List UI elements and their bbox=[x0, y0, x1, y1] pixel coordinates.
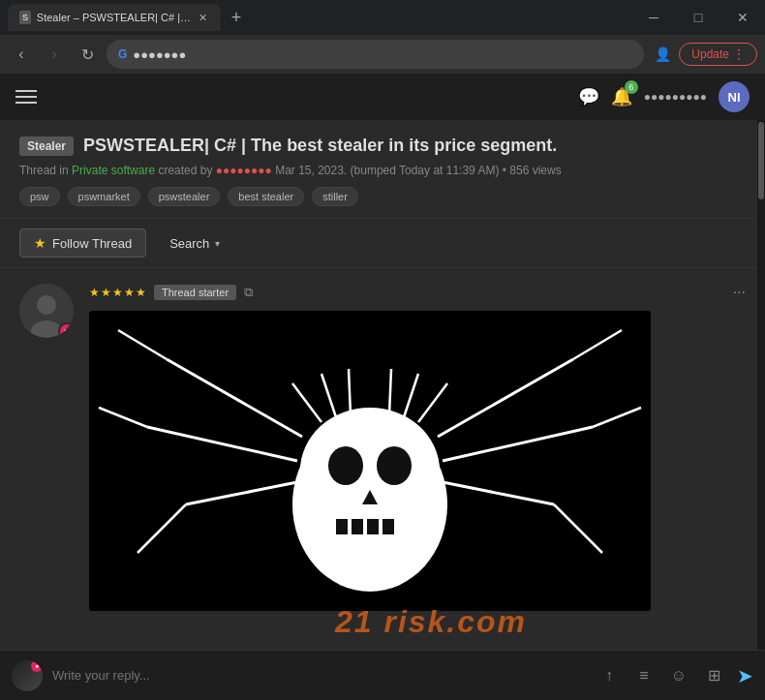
svg-point-1 bbox=[37, 295, 56, 315]
minimize-button[interactable]: ─ bbox=[631, 0, 676, 35]
emoji-icon[interactable]: ☺ bbox=[665, 662, 692, 689]
scrollbar-thumb[interactable] bbox=[758, 122, 764, 199]
tag-pswmarket[interactable]: pswmarket bbox=[68, 187, 140, 206]
tag-best-stealer[interactable]: best stealer bbox=[228, 187, 304, 206]
hamburger-line-3 bbox=[15, 102, 37, 104]
browser-titlebar: S Stealer – PSWSTEALER| C# | The b... ✕ … bbox=[0, 0, 765, 35]
scrollbar[interactable] bbox=[757, 120, 765, 700]
star-2: ★ bbox=[101, 286, 111, 299]
post-author-avatar[interactable]: ♥ bbox=[19, 284, 74, 338]
image-icon[interactable]: ⊞ bbox=[700, 662, 727, 689]
action-bar: ★ Follow Thread Search ▾ bbox=[0, 219, 765, 268]
avatar[interactable]: NI bbox=[719, 81, 750, 112]
star-5: ★ bbox=[136, 286, 146, 299]
address-bar: ‹ › ↻ G ●●●●●●● 👤 Update ⋮ bbox=[0, 35, 765, 74]
reply-input[interactable] bbox=[52, 668, 586, 683]
heart-badge-icon: ♥ bbox=[58, 322, 74, 338]
update-button[interactable]: Update ⋮ bbox=[679, 43, 757, 66]
site-header: 💬 🔔 6 ●●●●●●●●● NI bbox=[0, 74, 765, 120]
post-main: ★ ★ ★ ★ ★ Thread starter ⧉ ··· bbox=[89, 284, 746, 611]
search-button[interactable]: Search ▾ bbox=[162, 230, 228, 257]
new-tab-button[interactable]: + bbox=[225, 6, 248, 29]
google-icon: G bbox=[118, 47, 127, 61]
post-artwork-svg bbox=[89, 311, 651, 611]
tab-favicon: S bbox=[19, 11, 31, 24]
close-button[interactable]: ✕ bbox=[720, 0, 765, 35]
notification-badge: 6 bbox=[625, 80, 638, 94]
tag-psw[interactable]: psw bbox=[19, 187, 60, 206]
header-right: 💬 🔔 6 ●●●●●●●●● NI bbox=[578, 81, 750, 112]
reply-avatar: ● bbox=[12, 660, 43, 691]
forward-button[interactable]: › bbox=[41, 41, 68, 68]
thread-date: Mar 15, 2023. bbox=[275, 164, 347, 177]
username-text: ●●●●●●●●● bbox=[644, 90, 707, 104]
author-name: ●●●●●●●● bbox=[216, 164, 272, 177]
svg-point-19 bbox=[377, 446, 412, 485]
notification-bell-button[interactable]: 🔔 6 bbox=[611, 86, 632, 107]
category-link[interactable]: Private software bbox=[72, 164, 155, 177]
url-text: ●●●●●●● bbox=[133, 47, 632, 62]
follow-thread-button[interactable]: ★ Follow Thread bbox=[19, 228, 146, 258]
thread-meta: Thread in Private software created by ●●… bbox=[19, 164, 746, 177]
list-icon[interactable]: ≡ bbox=[630, 662, 658, 689]
post-section: ♥ ★ ★ ★ ★ ★ Thread starter ⧉ ··· bbox=[0, 268, 765, 626]
thread-views: • 856 views bbox=[503, 164, 562, 177]
post-image bbox=[89, 311, 651, 611]
search-label: Search bbox=[169, 236, 209, 251]
post-options-button[interactable]: ··· bbox=[733, 284, 746, 301]
reply-toolbar: ↑ ≡ ☺ ⊞ bbox=[596, 662, 727, 689]
svg-rect-23 bbox=[367, 519, 379, 534]
chat-icon[interactable]: 💬 bbox=[578, 86, 599, 107]
thread-title-row: Stealer PSWSTEALER| C# | The best steale… bbox=[19, 136, 746, 156]
svg-rect-22 bbox=[352, 519, 363, 534]
thread-title-section: Stealer PSWSTEALER| C# | The best steale… bbox=[0, 120, 765, 219]
copy-link-icon[interactable]: ⧉ bbox=[244, 285, 253, 300]
star-1: ★ bbox=[89, 286, 100, 299]
star-3: ★ bbox=[112, 286, 123, 299]
address-box[interactable]: G ●●●●●●● bbox=[107, 40, 644, 69]
tab-close-button[interactable]: ✕ bbox=[197, 10, 209, 26]
tab-title: Stealer – PSWSTEALER| C# | The b... bbox=[37, 12, 191, 23]
tag-pswstealer[interactable]: pswstealer bbox=[148, 187, 221, 206]
svg-rect-21 bbox=[336, 519, 348, 534]
page-content: 💬 🔔 6 ●●●●●●●●● NI Stealer PSWSTEALER| C… bbox=[0, 74, 765, 700]
tag-stiller[interactable]: stiller bbox=[312, 187, 358, 206]
svg-point-18 bbox=[328, 446, 363, 485]
upload-icon[interactable]: ↑ bbox=[596, 662, 623, 689]
svg-point-17 bbox=[300, 408, 440, 533]
svg-rect-24 bbox=[382, 519, 394, 534]
reload-button[interactable]: ↻ bbox=[74, 41, 101, 68]
profile-button[interactable]: 👤 bbox=[650, 42, 675, 67]
maximize-button[interactable]: □ bbox=[676, 0, 720, 35]
hamburger-line-1 bbox=[15, 90, 37, 92]
thread-bumped: (bumped Today at 11:39 AM) bbox=[351, 164, 500, 177]
hamburger-menu-button[interactable] bbox=[15, 90, 37, 104]
post-row: ♥ ★ ★ ★ ★ ★ Thread starter ⧉ ··· bbox=[19, 284, 746, 611]
active-tab[interactable]: S Stealer – PSWSTEALER| C# | The b... ✕ bbox=[8, 4, 221, 31]
reply-avatar-badge: ● bbox=[31, 660, 43, 672]
update-chevron-icon: ⋮ bbox=[733, 47, 745, 61]
post-header: ★ ★ ★ ★ ★ Thread starter ⧉ ··· bbox=[89, 284, 746, 301]
hamburger-line-2 bbox=[15, 96, 37, 98]
send-button[interactable]: ➤ bbox=[737, 664, 753, 687]
star-icon: ★ bbox=[34, 235, 46, 251]
back-button[interactable]: ‹ bbox=[8, 41, 35, 68]
thread-category-badge[interactable]: Stealer bbox=[19, 137, 74, 156]
address-bar-actions: 👤 Update ⋮ bbox=[650, 42, 757, 67]
search-chevron-icon: ▾ bbox=[215, 238, 220, 249]
post-avatar-column: ♥ bbox=[19, 284, 77, 611]
thread-starter-badge: Thread starter bbox=[154, 285, 236, 300]
user-stars-rating: ★ ★ ★ ★ ★ bbox=[89, 286, 146, 299]
reply-bar: ● ↑ ≡ ☺ ⊞ ➤ bbox=[0, 650, 765, 700]
window-controls: ─ □ ✕ bbox=[631, 0, 765, 35]
star-4: ★ bbox=[124, 286, 135, 299]
tags-row: psw pswmarket pswstealer best stealer st… bbox=[19, 187, 746, 206]
thread-title: PSWSTEALER| C# | The best stealer in its… bbox=[83, 136, 557, 156]
